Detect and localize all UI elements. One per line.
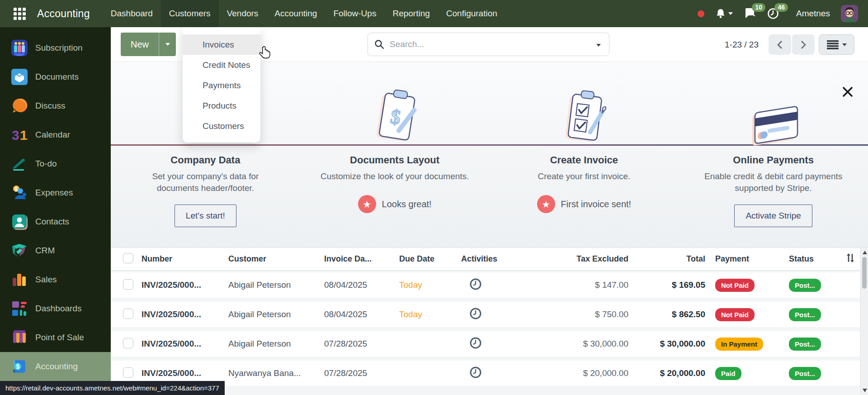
- sidebar-item-todo[interactable]: To-do: [0, 149, 111, 178]
- column-header-tax-excluded[interactable]: Tax Excluded: [533, 254, 628, 264]
- step-description: Customize the look of your documents.: [320, 171, 469, 182]
- view-switcher-button[interactable]: [819, 34, 854, 55]
- step-title: Create Invoice: [490, 154, 679, 166]
- user-avatar[interactable]: [841, 5, 858, 22]
- row-checkbox[interactable]: [123, 279, 133, 290]
- sidebar-item-contacts[interactable]: Contacts: [0, 207, 111, 236]
- row-checkbox[interactable]: [123, 309, 133, 319]
- row-checkbox[interactable]: [123, 338, 133, 348]
- nav-item-reporting[interactable]: Reporting: [384, 0, 438, 27]
- discuss-icon: [11, 97, 28, 114]
- select-all-checkbox[interactable]: [123, 253, 133, 263]
- column-header-due-date[interactable]: Due Date: [399, 254, 461, 264]
- documents-icon: [11, 68, 28, 86]
- nav-item-dashboard[interactable]: Dashboard: [103, 0, 161, 27]
- search-options-toggle[interactable]: [594, 38, 603, 51]
- scrollbar-thumb[interactable]: [862, 257, 867, 289]
- contacts-icon: [11, 213, 28, 230]
- sidebar-item-discuss[interactable]: Discuss: [0, 91, 111, 120]
- sidebar-item-crm[interactable]: CRM: [0, 236, 111, 265]
- navbar-menu: Dashboard Customers Vendors Accounting F…: [103, 0, 505, 27]
- activity-clock-icon[interactable]: [469, 337, 482, 349]
- customers-dropdown-menu: Invoices Credit Notes Payments Products …: [183, 27, 260, 143]
- column-header-invoice-date[interactable]: Invoice Da...: [324, 254, 399, 264]
- search-icon: [374, 39, 384, 49]
- activate-stripe-button[interactable]: Activate Stripe: [734, 205, 812, 227]
- scroll-down-arrow-icon[interactable]: [863, 389, 867, 392]
- search-bar[interactable]: [368, 33, 609, 56]
- sidebar-item-sales[interactable]: Sales: [0, 265, 111, 294]
- notifications-bell-icon[interactable]: [715, 8, 733, 19]
- step-description: Create your first invoice.: [509, 171, 659, 182]
- star-badge-icon: ★: [537, 195, 555, 213]
- invoice-row[interactable]: INV/2025/000... Abigail Peterson 08/04/2…: [111, 302, 860, 327]
- subscription-icon: [11, 39, 28, 57]
- nav-item-customers[interactable]: Customers: [161, 0, 219, 27]
- top-navbar: Accounting Dashboard Customers Vendors A…: [0, 0, 868, 27]
- invoice-list: Number Customer Invoice Da... Due Date A…: [111, 248, 868, 395]
- vertical-scrollbar[interactable]: [860, 248, 868, 395]
- recording-indicator-icon: [698, 10, 704, 17]
- messages-icon[interactable]: 10: [744, 8, 756, 19]
- step-description: Enable credit & debit card payments supp…: [699, 171, 848, 194]
- sidebar-item-subscription[interactable]: Subscription: [0, 33, 111, 62]
- pager-range: 1-23 / 23: [725, 40, 759, 50]
- column-header-status[interactable]: Status: [773, 254, 841, 264]
- pager-next-button[interactable]: [792, 34, 815, 55]
- column-header-activities[interactable]: Activities: [461, 254, 533, 264]
- pager-previous-button[interactable]: [769, 34, 791, 55]
- activity-clock-icon[interactable]: [469, 366, 482, 379]
- statusbar-url: https://retail.dev-accounts.ametnes.net/…: [5, 384, 219, 392]
- activities-badge: 46: [774, 3, 788, 12]
- column-settings-icon[interactable]: [846, 253, 855, 263]
- user-name[interactable]: Ametnes: [796, 9, 830, 19]
- accounting-icon: $: [11, 358, 28, 375]
- dashboards-icon: [11, 300, 28, 317]
- activities-clock-icon[interactable]: 46: [767, 8, 779, 19]
- sidebar-item-expenses[interactable]: $ Expenses: [0, 178, 111, 207]
- lets-start-button[interactable]: Let's start!: [175, 205, 236, 227]
- invoice-row[interactable]: INV/2025/000... Abigail Peterson 07/28/2…: [111, 331, 860, 357]
- activity-clock-icon[interactable]: [469, 307, 482, 320]
- column-header-number[interactable]: Number: [142, 254, 228, 264]
- row-checkbox[interactable]: [123, 367, 133, 378]
- menu-item-credit-notes[interactable]: Credit Notes: [183, 55, 260, 75]
- app-sidebar: Subscription Documents Discuss 31 Calend…: [0, 27, 111, 395]
- app-title[interactable]: Accounting: [37, 8, 90, 20]
- payment-status-badge: In Payment: [715, 338, 763, 351]
- menu-item-customers[interactable]: Customers: [183, 116, 260, 136]
- chevron-right-icon: [800, 40, 807, 50]
- status-badge: Post...: [789, 308, 821, 321]
- onboarding-step-create-invoice: Create Invoice Create your first invoice…: [490, 62, 679, 247]
- apps-grid-icon[interactable]: [14, 8, 25, 19]
- scroll-up-arrow-icon[interactable]: [863, 251, 867, 254]
- column-header-payment[interactable]: Payment: [705, 254, 773, 264]
- column-header-total[interactable]: Total: [628, 254, 705, 264]
- step-title: Company Data: [111, 154, 300, 166]
- menu-item-products[interactable]: Products: [183, 95, 260, 116]
- invoice-row[interactable]: INV/2025/000... Abigail Peterson 08/04/2…: [111, 272, 860, 298]
- nav-item-configuration[interactable]: Configuration: [438, 0, 505, 27]
- mouse-cursor-icon: [258, 46, 271, 61]
- online-payments-icon: [679, 88, 868, 150]
- payment-status-badge: Not Paid: [715, 279, 755, 292]
- column-header-customer[interactable]: Customer: [228, 254, 324, 264]
- onboarding-step-online-payments: Online Payments Enable credit & debit ca…: [679, 62, 868, 247]
- new-dropdown-toggle[interactable]: [159, 33, 176, 56]
- activity-clock-icon[interactable]: [469, 278, 482, 290]
- sidebar-item-accounting[interactable]: $ Accounting: [0, 352, 111, 381]
- menu-item-payments[interactable]: Payments: [183, 75, 260, 95]
- create-invoice-icon: [490, 88, 679, 150]
- caret-down-icon: [842, 43, 847, 46]
- nav-item-vendors[interactable]: Vendors: [219, 0, 267, 27]
- search-input[interactable]: [390, 39, 594, 49]
- sidebar-item-calendar[interactable]: 31 Calendar: [0, 120, 111, 149]
- menu-item-invoices[interactable]: Invoices: [183, 34, 260, 55]
- payment-status-badge: Paid: [715, 367, 741, 380]
- new-button[interactable]: New: [121, 33, 159, 56]
- nav-item-follow-ups[interactable]: Follow-Ups: [325, 0, 384, 27]
- sidebar-item-point-of-sale[interactable]: Point of Sale: [0, 323, 111, 352]
- sidebar-item-documents[interactable]: Documents: [0, 62, 111, 91]
- nav-item-accounting[interactable]: Accounting: [266, 0, 325, 27]
- sidebar-item-dashboards[interactable]: Dashboards: [0, 294, 111, 323]
